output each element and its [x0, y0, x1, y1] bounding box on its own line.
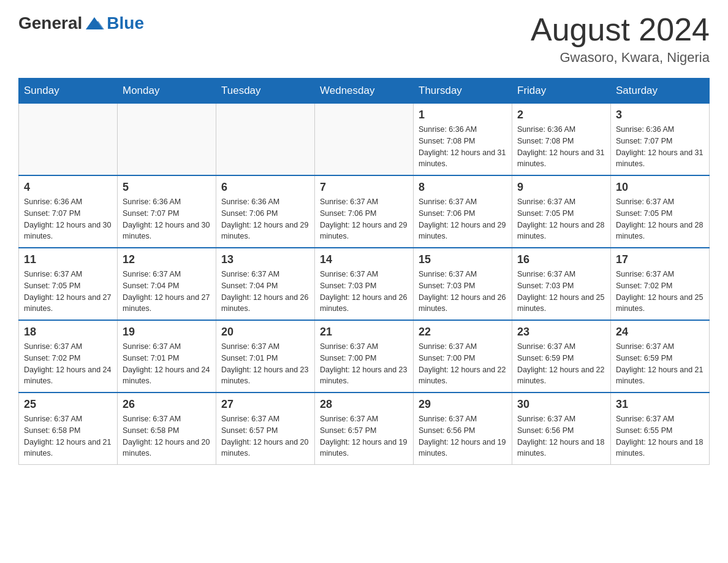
title-block: August 2024 Gwasoro, Kwara, Nigeria: [531, 12, 710, 66]
day-number: 3: [616, 109, 704, 121]
logo-general: General: [18, 13, 82, 33]
calendar-cell: 10Sunrise: 6:37 AMSunset: 7:05 PMDayligh…: [611, 175, 710, 248]
day-info: Sunrise: 6:37 AMSunset: 7:00 PMDaylight:…: [320, 341, 408, 387]
calendar-cell: 17Sunrise: 6:37 AMSunset: 7:02 PMDayligh…: [611, 248, 710, 320]
calendar-cell: [216, 104, 315, 176]
day-info: Sunrise: 6:37 AMSunset: 6:59 PMDaylight:…: [616, 341, 704, 387]
calendar-cell: 28Sunrise: 6:37 AMSunset: 6:57 PMDayligh…: [315, 393, 414, 465]
calendar-cell: 12Sunrise: 6:37 AMSunset: 7:04 PMDayligh…: [118, 248, 216, 320]
calendar-cell: [315, 104, 414, 176]
day-info: Sunrise: 6:37 AMSunset: 7:04 PMDaylight:…: [123, 269, 211, 315]
day-number: 4: [24, 181, 112, 194]
day-header-monday: Monday: [118, 79, 216, 104]
day-number: 14: [320, 253, 408, 266]
day-number: 22: [419, 326, 507, 339]
calendar-cell: 24Sunrise: 6:37 AMSunset: 6:59 PMDayligh…: [611, 320, 710, 393]
day-info: Sunrise: 6:37 AMSunset: 7:00 PMDaylight:…: [419, 341, 507, 387]
day-info: Sunrise: 6:36 AMSunset: 7:07 PMDaylight:…: [616, 124, 704, 170]
day-number: 19: [123, 326, 211, 339]
day-number: 11: [24, 253, 112, 266]
day-number: 1: [419, 109, 507, 121]
day-info: Sunrise: 6:37 AMSunset: 7:06 PMDaylight:…: [320, 196, 408, 242]
day-number: 13: [221, 253, 309, 266]
day-info: Sunrise: 6:36 AMSunset: 7:08 PMDaylight:…: [419, 124, 507, 170]
day-number: 12: [123, 253, 211, 266]
day-number: 9: [517, 181, 605, 194]
calendar-cell: 30Sunrise: 6:37 AMSunset: 6:56 PMDayligh…: [512, 393, 611, 465]
calendar-week-3: 11Sunrise: 6:37 AMSunset: 7:05 PMDayligh…: [19, 248, 710, 320]
calendar-cell: 3Sunrise: 6:36 AMSunset: 7:07 PMDaylight…: [611, 104, 710, 176]
day-number: 28: [320, 398, 408, 411]
calendar-cell: 8Sunrise: 6:37 AMSunset: 7:06 PMDaylight…: [414, 175, 512, 248]
calendar-cell: 2Sunrise: 6:36 AMSunset: 7:08 PMDaylight…: [512, 104, 611, 176]
calendar-cell: [19, 104, 118, 176]
calendar-cell: 29Sunrise: 6:37 AMSunset: 6:56 PMDayligh…: [414, 393, 512, 465]
day-info: Sunrise: 6:37 AMSunset: 7:02 PMDaylight:…: [616, 269, 704, 315]
day-number: 16: [517, 253, 605, 266]
day-info: Sunrise: 6:37 AMSunset: 6:59 PMDaylight:…: [517, 341, 605, 387]
day-header-wednesday: Wednesday: [315, 79, 414, 104]
day-info: Sunrise: 6:37 AMSunset: 6:58 PMDaylight:…: [123, 413, 211, 459]
calendar-cell: 20Sunrise: 6:37 AMSunset: 7:01 PMDayligh…: [216, 320, 315, 393]
day-header-thursday: Thursday: [414, 79, 512, 104]
day-info: Sunrise: 6:37 AMSunset: 6:57 PMDaylight:…: [320, 413, 408, 459]
calendar-cell: 22Sunrise: 6:37 AMSunset: 7:00 PMDayligh…: [414, 320, 512, 393]
calendar-cell: 5Sunrise: 6:36 AMSunset: 7:07 PMDaylight…: [118, 175, 216, 248]
day-info: Sunrise: 6:36 AMSunset: 7:07 PMDaylight:…: [24, 196, 112, 242]
day-info: Sunrise: 6:37 AMSunset: 7:01 PMDaylight:…: [221, 341, 309, 387]
day-number: 2: [517, 109, 605, 121]
location: Gwasoro, Kwara, Nigeria: [531, 50, 710, 66]
calendar-cell: 11Sunrise: 6:37 AMSunset: 7:05 PMDayligh…: [19, 248, 118, 320]
day-number: 17: [616, 253, 704, 266]
calendar-cell: 27Sunrise: 6:37 AMSunset: 6:57 PMDayligh…: [216, 393, 315, 465]
day-number: 31: [616, 398, 704, 411]
calendar-header-row: SundayMondayTuesdayWednesdayThursdayFrid…: [19, 79, 710, 104]
day-number: 21: [320, 326, 408, 339]
day-info: Sunrise: 6:37 AMSunset: 7:01 PMDaylight:…: [123, 341, 211, 387]
logo: General Blue: [18, 12, 144, 34]
day-number: 20: [221, 326, 309, 339]
calendar-cell: 26Sunrise: 6:37 AMSunset: 6:58 PMDayligh…: [118, 393, 216, 465]
day-info: Sunrise: 6:37 AMSunset: 6:55 PMDaylight:…: [616, 413, 704, 459]
day-info: Sunrise: 6:36 AMSunset: 7:07 PMDaylight:…: [123, 196, 211, 242]
day-info: Sunrise: 6:37 AMSunset: 7:02 PMDaylight:…: [24, 341, 112, 387]
calendar-week-1: 1Sunrise: 6:36 AMSunset: 7:08 PMDaylight…: [19, 104, 710, 176]
calendar-cell: [118, 104, 216, 176]
calendar-cell: 18Sunrise: 6:37 AMSunset: 7:02 PMDayligh…: [19, 320, 118, 393]
day-number: 29: [419, 398, 507, 411]
calendar-cell: 31Sunrise: 6:37 AMSunset: 6:55 PMDayligh…: [611, 393, 710, 465]
calendar-cell: 21Sunrise: 6:37 AMSunset: 7:00 PMDayligh…: [315, 320, 414, 393]
day-number: 24: [616, 326, 704, 339]
day-info: Sunrise: 6:37 AMSunset: 7:06 PMDaylight:…: [419, 196, 507, 242]
day-number: 30: [517, 398, 605, 411]
calendar-cell: 19Sunrise: 6:37 AMSunset: 7:01 PMDayligh…: [118, 320, 216, 393]
logo-blue: Blue: [107, 13, 144, 33]
logo-icon: [83, 12, 105, 34]
day-header-saturday: Saturday: [611, 79, 710, 104]
calendar-cell: 6Sunrise: 6:36 AMSunset: 7:06 PMDaylight…: [216, 175, 315, 248]
calendar-table: SundayMondayTuesdayWednesdayThursdayFrid…: [18, 78, 710, 465]
calendar-cell: 1Sunrise: 6:36 AMSunset: 7:08 PMDaylight…: [414, 104, 512, 176]
calendar-cell: 16Sunrise: 6:37 AMSunset: 7:03 PMDayligh…: [512, 248, 611, 320]
calendar-week-2: 4Sunrise: 6:36 AMSunset: 7:07 PMDaylight…: [19, 175, 710, 248]
day-info: Sunrise: 6:37 AMSunset: 7:03 PMDaylight:…: [320, 269, 408, 315]
day-info: Sunrise: 6:37 AMSunset: 7:03 PMDaylight:…: [419, 269, 507, 315]
month-title: August 2024: [531, 12, 710, 47]
day-info: Sunrise: 6:37 AMSunset: 6:58 PMDaylight:…: [24, 413, 112, 459]
calendar-cell: 9Sunrise: 6:37 AMSunset: 7:05 PMDaylight…: [512, 175, 611, 248]
calendar-cell: 7Sunrise: 6:37 AMSunset: 7:06 PMDaylight…: [315, 175, 414, 248]
day-info: Sunrise: 6:37 AMSunset: 7:03 PMDaylight:…: [517, 269, 605, 315]
day-number: 8: [419, 181, 507, 194]
calendar-cell: 14Sunrise: 6:37 AMSunset: 7:03 PMDayligh…: [315, 248, 414, 320]
day-number: 15: [419, 253, 507, 266]
day-number: 18: [24, 326, 112, 339]
page-header: General Blue August 2024 Gwasoro, Kwara,…: [18, 12, 710, 66]
day-number: 7: [320, 181, 408, 194]
calendar-cell: 23Sunrise: 6:37 AMSunset: 6:59 PMDayligh…: [512, 320, 611, 393]
day-info: Sunrise: 6:37 AMSunset: 6:56 PMDaylight:…: [419, 413, 507, 459]
calendar-week-5: 25Sunrise: 6:37 AMSunset: 6:58 PMDayligh…: [19, 393, 710, 465]
day-info: Sunrise: 6:36 AMSunset: 7:06 PMDaylight:…: [221, 196, 309, 242]
day-number: 23: [517, 326, 605, 339]
calendar-cell: 4Sunrise: 6:36 AMSunset: 7:07 PMDaylight…: [19, 175, 118, 248]
day-number: 6: [221, 181, 309, 194]
